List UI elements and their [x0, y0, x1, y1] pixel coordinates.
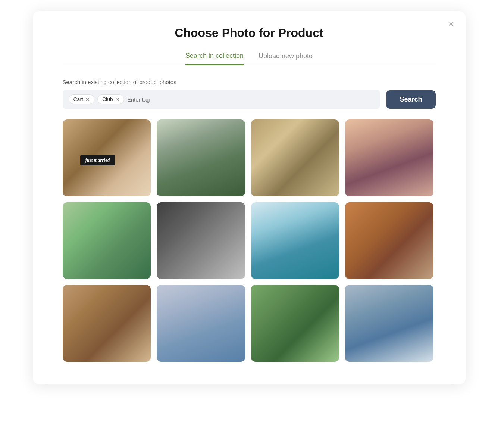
photo-picker-modal: × Choose Photo for Product Search in col…	[33, 11, 466, 384]
search-row: Cart ✕ Club ✕ Search	[63, 90, 436, 109]
tab-upload-photo[interactable]: Upload new photo	[259, 52, 313, 65]
photo-item-8[interactable]	[345, 202, 433, 279]
search-description: Search in existing collection of product…	[63, 79, 436, 85]
tab-search-collection[interactable]: Search in collection	[185, 52, 244, 65]
photo-item-3[interactable]	[251, 119, 339, 196]
photo-item-4[interactable]	[345, 119, 433, 196]
photo-item-1[interactable]: just married	[63, 119, 151, 196]
close-button[interactable]: ×	[449, 20, 454, 28]
search-input-container[interactable]: Cart ✕ Club ✕	[63, 90, 380, 109]
photo-item-6[interactable]	[157, 202, 245, 279]
tag-cart-label: Cart	[73, 96, 83, 102]
tag-club-label: Club	[102, 96, 113, 102]
photo-item-5[interactable]	[63, 202, 151, 279]
photo-item-7[interactable]	[251, 202, 339, 279]
tag-input[interactable]	[127, 96, 375, 103]
modal-title: Choose Photo for Product	[63, 26, 436, 40]
tab-bar: Search in collection Upload new photo	[63, 52, 436, 65]
photo-item-10[interactable]	[157, 285, 245, 362]
photo-item-2[interactable]	[157, 119, 245, 196]
photo-grid: just married	[63, 119, 436, 362]
photo-item-12[interactable]	[345, 285, 433, 362]
tag-club: Club ✕	[97, 94, 124, 104]
photo-item-9[interactable]	[63, 285, 151, 362]
tag-cart-remove[interactable]: ✕	[85, 97, 90, 102]
tag-cart: Cart ✕	[69, 94, 94, 104]
tag-club-remove[interactable]: ✕	[115, 97, 119, 102]
photo-item-11[interactable]	[251, 285, 339, 362]
search-button[interactable]: Search	[386, 90, 435, 109]
